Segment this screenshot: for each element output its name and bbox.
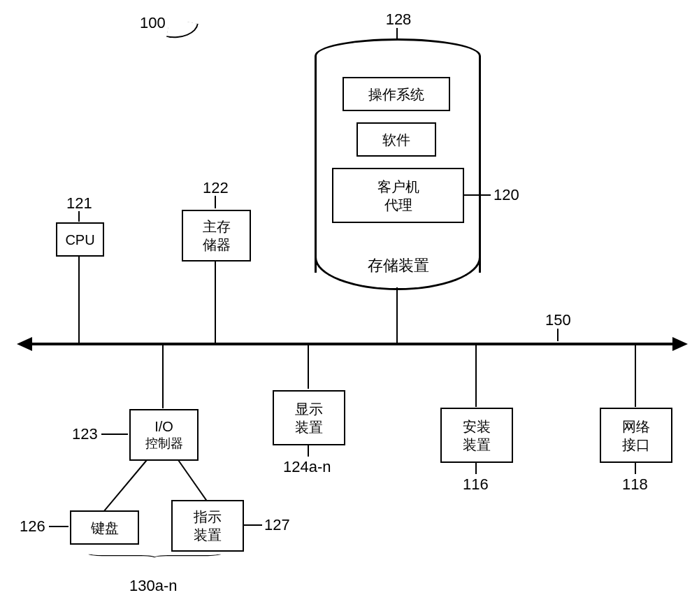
conn-display-bus xyxy=(308,345,309,389)
label-client: 客户机 代理 xyxy=(377,178,419,214)
bus-line xyxy=(31,343,674,345)
box-netif: 网络 接口 xyxy=(600,408,672,463)
leader-bus xyxy=(557,329,559,341)
label-storage: 存储装置 xyxy=(363,255,433,276)
leader-ioctrl xyxy=(101,434,128,435)
label-keyboard: 键盘 xyxy=(91,519,119,537)
box-os: 操作系统 xyxy=(343,77,450,111)
box-client: 客户机 代理 xyxy=(332,168,464,223)
ref-mainmem: 122 xyxy=(203,179,229,197)
ref-display: 124a-n xyxy=(283,458,331,476)
box-software: 软件 xyxy=(356,122,436,157)
leader-display xyxy=(308,444,309,457)
bus-arrow-right xyxy=(672,337,688,351)
conn-storage-bus xyxy=(396,287,398,343)
conn-netif-bus xyxy=(635,345,636,407)
box-keyboard: 键盘 xyxy=(70,510,139,545)
ref-pointer: 127 xyxy=(264,516,290,534)
leader-keyboard xyxy=(49,526,69,527)
ref-figure-arc xyxy=(166,19,199,43)
ref-bus: 150 xyxy=(545,311,571,329)
conn-cpu-bus xyxy=(78,255,80,343)
ref-iodev: 130a-n xyxy=(129,577,178,595)
ref-netif: 118 xyxy=(622,475,648,494)
ref-keyboard: 126 xyxy=(20,517,45,536)
label-install: 安装 装置 xyxy=(463,417,491,454)
leader-pointer xyxy=(243,524,262,526)
ref-client: 120 xyxy=(493,186,519,204)
label-pointer: 指示 装置 xyxy=(194,508,222,544)
brace-iodev: ︸ xyxy=(84,547,235,567)
leader-install xyxy=(475,461,477,474)
box-install: 安装 装置 xyxy=(440,408,513,463)
conn-mainmem-bus xyxy=(215,260,216,343)
ref-install: 116 xyxy=(463,475,489,494)
label-netif: 网络 接口 xyxy=(622,417,650,454)
ref-storage: 128 xyxy=(377,10,419,29)
label-mainmem: 主存 储器 xyxy=(203,217,231,254)
box-display: 显示 装置 xyxy=(273,390,345,445)
label-display: 显示 装置 xyxy=(295,400,323,436)
bus-arrow-left xyxy=(17,337,32,351)
ref-figure: 100 xyxy=(140,14,166,32)
box-cpu: CPU xyxy=(56,222,104,257)
box-pointer: 指示 装置 xyxy=(171,500,244,552)
conn-ioctrl-keyboard xyxy=(103,459,147,511)
label-cpu: CPU xyxy=(65,231,94,249)
leader-mainmem xyxy=(215,196,216,208)
leader-client xyxy=(463,194,491,196)
box-ioctrl: I/O 控制器 xyxy=(129,409,199,461)
label-software: 软件 xyxy=(382,131,410,149)
ref-ioctrl: 123 xyxy=(72,425,98,443)
conn-ioctrl-bus xyxy=(162,345,164,408)
label-os: 操作系统 xyxy=(368,85,424,103)
leader-netif xyxy=(635,461,636,474)
label-ioctrl-top: I/O xyxy=(154,417,173,436)
box-mainmem: 主存 储器 xyxy=(182,210,251,262)
conn-install-bus xyxy=(475,345,477,407)
leader-cpu xyxy=(78,211,80,222)
label-ioctrl-bot: 控制器 xyxy=(145,436,183,452)
ref-cpu: 121 xyxy=(66,194,92,213)
